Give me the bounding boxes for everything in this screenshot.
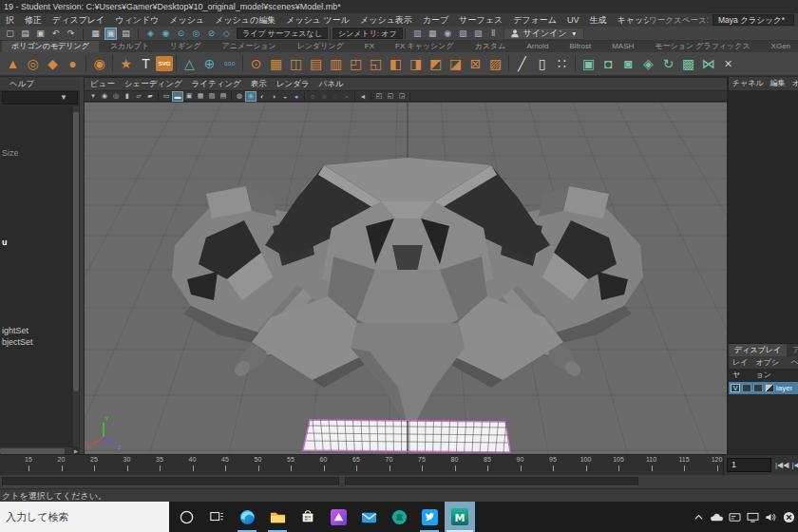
menu-item-10[interactable]: デフォーム bbox=[513, 13, 557, 27]
isolate-select-icon[interactable]: ◄ bbox=[357, 91, 369, 102]
make-live-icon[interactable]: ◇ bbox=[220, 28, 233, 40]
time-slider-track[interactable]: 1015202530354045505560657075808590951001… bbox=[0, 455, 724, 476]
redo-icon[interactable]: ↷ bbox=[65, 28, 77, 40]
sketch-app-icon[interactable] bbox=[384, 502, 414, 532]
shelf-tab-11[interactable]: モーション グラフィックス bbox=[645, 41, 759, 52]
shelf-tab-8[interactable]: Arnold bbox=[517, 41, 558, 52]
motion-blur-icon[interactable]: ◍ bbox=[234, 91, 245, 102]
range-slider-handle-bar[interactable] bbox=[345, 477, 638, 486]
menu-item-12[interactable]: 生成 bbox=[589, 13, 606, 27]
camera-lock-icon[interactable]: ◉ bbox=[99, 91, 110, 102]
outliner-item-1[interactable]: u bbox=[2, 238, 8, 248]
wireframe-mode-icon[interactable]: ▭ bbox=[161, 91, 172, 102]
task-view-button[interactable] bbox=[201, 502, 232, 532]
reduce-icon[interactable]: ◩ bbox=[426, 54, 446, 74]
outliner-vertical-scrollbar[interactable] bbox=[73, 106, 79, 446]
touch-keyboard-icon[interactable] bbox=[746, 502, 760, 532]
shelf-tab-7[interactable]: カスタム bbox=[466, 41, 516, 52]
separate-icon[interactable]: ▥ bbox=[326, 54, 346, 74]
layer-editor-menu-2[interactable]: ヘ bbox=[791, 356, 798, 369]
poly-sphere-icon[interactable]: ● bbox=[63, 54, 83, 74]
bevel-icon[interactable]: ◘ bbox=[598, 54, 618, 74]
shading-ball-icon[interactable]: ◑ bbox=[268, 91, 279, 102]
poly-cube-icon[interactable]: ◆ bbox=[43, 54, 63, 74]
bridge-icon[interactable]: ◙ bbox=[618, 54, 638, 74]
snap-curve-icon[interactable]: ◉ bbox=[160, 28, 172, 40]
fill-hole-icon[interactable]: ▨ bbox=[485, 54, 505, 74]
viewport-menu-1[interactable]: シェーディング bbox=[124, 78, 182, 90]
volume-icon[interactable] bbox=[764, 502, 778, 532]
new-scene-icon[interactable]: ▢ bbox=[4, 28, 16, 40]
field-chart-icon[interactable]: ▰ bbox=[144, 91, 156, 102]
channel-box-menu-1[interactable]: 編集 bbox=[770, 77, 786, 90]
maya-icon[interactable]: M bbox=[445, 502, 475, 532]
onedrive-cloud-icon[interactable] bbox=[710, 502, 724, 532]
circularize-icon[interactable]: ↻ bbox=[658, 54, 678, 74]
flood-grid-icon[interactable]: ▦ bbox=[266, 54, 286, 74]
ime-icon[interactable] bbox=[728, 502, 742, 532]
xray-icon[interactable]: ○ bbox=[307, 91, 318, 102]
shelf-tab-0[interactable]: ポリゴンのモデリング bbox=[2, 41, 99, 52]
xray-active-icon[interactable]: ◌ bbox=[330, 91, 341, 102]
menu-item-4[interactable]: メッシュ bbox=[169, 13, 204, 27]
film-gate-icon[interactable]: ▮ bbox=[122, 91, 133, 102]
camera-gate-icon[interactable]: ◎ bbox=[110, 91, 122, 102]
select-component-icon[interactable]: ▤ bbox=[120, 28, 132, 40]
depth-of-field-icon[interactable]: ◐ bbox=[256, 91, 268, 102]
viewport-menu-0[interactable]: ビュー bbox=[90, 78, 115, 90]
poly-cone-icon[interactable]: ▲ bbox=[3, 54, 23, 74]
menu-item-11[interactable]: UV bbox=[567, 13, 580, 27]
shelf-tab-4[interactable]: レンダリング bbox=[288, 41, 353, 52]
extrude-icon[interactable]: ▣ bbox=[579, 54, 598, 74]
outliner-filter-field[interactable]: ▼ bbox=[2, 91, 78, 104]
menu-item-2[interactable]: ディスプレイ bbox=[52, 13, 104, 27]
snap-grid-icon[interactable]: ◈ bbox=[144, 28, 157, 40]
create-curve-icon[interactable]: ╱ bbox=[512, 54, 532, 74]
layer-editor-menu-1[interactable]: オプション bbox=[756, 356, 786, 369]
taskbar-search-input[interactable]: 入力して検索 bbox=[0, 502, 169, 532]
menu-item-9[interactable]: サーフェス bbox=[459, 13, 503, 27]
xray-joints-icon[interactable]: ○ bbox=[318, 91, 330, 102]
pause-icon[interactable]: Ⅱ bbox=[487, 28, 500, 40]
pane-single-icon[interactable]: ◰ bbox=[373, 91, 385, 102]
boolean-intersection-icon[interactable]: ◨ bbox=[406, 54, 426, 74]
open-scene-icon[interactable]: ▤ bbox=[19, 28, 31, 40]
origin-zero-icon[interactable]: 0,0,0 bbox=[219, 54, 239, 74]
step-back-button[interactable]: |◀ bbox=[791, 458, 798, 472]
twitter-icon[interactable] bbox=[414, 502, 445, 532]
edge-icon[interactable] bbox=[232, 502, 262, 532]
multi-cut-icon[interactable]: ∷ bbox=[552, 54, 572, 74]
menu-item-6[interactable]: メッシュ ツール bbox=[286, 13, 350, 27]
mail-app-icon[interactable] bbox=[353, 502, 384, 532]
workspace-dropdown[interactable]: Maya クラシック* bbox=[712, 14, 794, 26]
notification-close-icon[interactable] bbox=[782, 502, 796, 532]
all-lights-icon[interactable]: ▦ bbox=[195, 91, 206, 102]
shelf-tab-1[interactable]: スカルプト bbox=[101, 41, 159, 52]
shelf-tab-2[interactable]: リギング bbox=[161, 41, 211, 52]
scene-axis-icon[interactable]: ⊕ bbox=[200, 54, 219, 74]
pane-four-view-icon[interactable]: ◱ bbox=[385, 91, 396, 102]
wedge-icon[interactable]: ◪ bbox=[446, 54, 466, 74]
viewport-menu-5[interactable]: パネル bbox=[319, 78, 344, 90]
menu-item-13[interactable]: キャッシュ bbox=[617, 13, 649, 27]
menu-item-5[interactable]: メッシュの編集 bbox=[215, 13, 276, 27]
exposure-icon[interactable]: ▫ bbox=[341, 91, 352, 102]
smooth-icon[interactable]: ◰ bbox=[346, 54, 366, 74]
snap-view-plane-icon[interactable]: ⊘ bbox=[205, 28, 218, 40]
ipr-render-icon[interactable]: ◉ bbox=[442, 28, 454, 40]
shelf-tab-10[interactable]: MASH bbox=[602, 41, 643, 52]
go-to-start-button[interactable]: |◀◀ bbox=[775, 458, 788, 472]
photos-app-icon[interactable] bbox=[323, 502, 353, 532]
outliner-list[interactable]: SizeuightSetbjectSet bbox=[0, 106, 72, 446]
shelf-tab-6[interactable]: FX キャッシング bbox=[386, 41, 464, 52]
selected-plane-mesh[interactable] bbox=[303, 420, 510, 452]
gate-mask-icon[interactable]: ▱ bbox=[133, 91, 144, 102]
snap-viewport-icon[interactable]: ▾ bbox=[87, 91, 99, 102]
channel-box-body[interactable] bbox=[729, 90, 798, 343]
quad-draw-icon[interactable]: ▯ bbox=[532, 54, 552, 74]
grid-fill-icon[interactable]: ▩ bbox=[678, 54, 698, 74]
default-material-icon[interactable]: ● bbox=[291, 91, 302, 102]
menu-item-3[interactable]: ウィンドウ bbox=[115, 13, 159, 27]
poly-type-icon[interactable]: T bbox=[136, 54, 156, 74]
select-hierarchy-icon[interactable]: ▦ bbox=[89, 28, 102, 40]
